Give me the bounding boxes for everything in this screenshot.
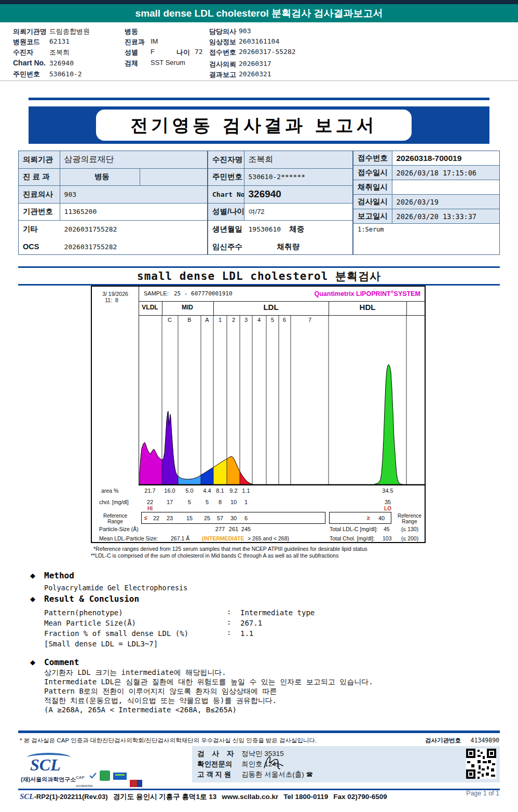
table-row: 보고일시 2026/03/20 13:33:37	[353, 209, 499, 224]
section-bullet-icon: ◆	[30, 595, 35, 603]
row-value: 삼광의료재단	[64, 154, 114, 165]
chol-value: 10	[230, 499, 237, 505]
result-row-label: [Small dense LDL = LDL3~7]	[44, 640, 158, 648]
mean-size-range: > 265 and < 268)	[248, 535, 289, 542]
eoa-cert-icon	[113, 773, 127, 780]
lo-flag: LO	[384, 506, 391, 511]
chart-grid-line	[213, 301, 214, 315]
row-value: 530610-2******	[249, 173, 306, 181]
info-value: 드림종합병원	[49, 27, 90, 36]
table-row: 접수일시 2026/03/18 17:15:06	[353, 166, 499, 180]
comment-line: 상기환자 LDL 크기는 intermediate에 해당됩니다.	[44, 668, 226, 678]
row-label: 의뢰기관	[23, 155, 53, 165]
row-label: 임신주수	[212, 242, 242, 252]
info-value: IM	[151, 37, 158, 45]
ge-symbol: ≥	[367, 515, 370, 521]
footer-top-rule	[18, 730, 500, 733]
row-sublabel: 병동	[94, 172, 110, 182]
result-row-value: 267.1	[240, 619, 262, 627]
staff-label: 검 사 자	[197, 749, 234, 759]
area-value: 5.0	[185, 488, 193, 494]
table-row: 생년월일 19530610 체중	[208, 221, 352, 238]
table-row: 수진자명 조복희	[208, 151, 352, 169]
row-label: 접수일시	[358, 168, 388, 178]
result-colon: :	[227, 628, 231, 637]
info-label: 나이	[176, 48, 190, 57]
row-value: 20260318-700019	[397, 154, 462, 163]
scl-subtitle: (재)서울의과학연구소	[21, 776, 76, 783]
scl-logo: SCL	[30, 755, 61, 775]
midc-fraction-area	[162, 411, 178, 485]
info-label: 수진자	[13, 48, 33, 57]
total-ldl-label: Total LDL-C [mg/dl]:	[330, 526, 378, 532]
row-value: 여/72	[249, 207, 265, 216]
sample-value: 25 - 607770001910	[174, 290, 233, 297]
row-label: Chart No.	[212, 191, 244, 198]
method-body: Polyacrylamide Gel Electrophoresis	[44, 584, 187, 592]
info-label: 의뢰기관명	[13, 27, 47, 36]
table-row: 채취일시	[353, 180, 499, 195]
ref-value: 25	[204, 515, 210, 521]
footer-tel: Tel 1800-0119	[283, 793, 328, 801]
area-value: 34.5	[382, 488, 393, 494]
row-label: 성별/나이	[212, 207, 244, 216]
row-sublabel: 체중	[289, 224, 304, 234]
order-table-mid: 수진자명 조복희 주민번호 530610-2****** Chart No. 3…	[208, 151, 353, 255]
org-number-label: 검사기관번호	[425, 737, 461, 745]
comment-heading: Comment	[44, 657, 79, 667]
table-row: 진 료 과 병동	[19, 169, 207, 186]
ref-value: 57	[217, 515, 223, 521]
chart-grid-line	[329, 301, 329, 315]
cap-logo-text: CAP	[76, 775, 85, 780]
banner-top-rule	[29, 98, 489, 100]
chart-grid-line	[139, 301, 426, 302]
order-table-left: 의뢰기관 삼광의료재단 진 료 과 병동 진료의사 903 기관번호 11365…	[18, 151, 208, 255]
row-value: 2026031755282	[64, 243, 117, 251]
order-table-right: 접수번호 20260318-700019 접수일시 2026/03/18 17:…	[353, 151, 500, 255]
info-label: 검체	[125, 59, 138, 68]
total-ldl-ref: (≤ 130)	[401, 526, 418, 532]
table-row: 진료의사 903	[19, 186, 207, 204]
staff-value: 김동환 서울서초(출) ☎	[241, 770, 313, 779]
staff-label: 확인전문의	[197, 760, 233, 769]
band-label-mid: MID	[182, 304, 193, 311]
info-label: 주민번호	[13, 70, 40, 79]
row-value: 19530610	[249, 225, 281, 233]
report-title: small dense LDL cholesterol 분획검사 검사결과보고서	[0, 4, 518, 22]
report-banner: 전기영동 검사결과 보고서	[29, 106, 489, 144]
info-label: 접수번호	[209, 48, 236, 57]
curve-baseline	[139, 484, 426, 485]
lm-cert-icon	[100, 770, 110, 781]
chart-time: 11: 8	[105, 297, 118, 303]
table-row: 기타 2026031755282	[19, 221, 207, 238]
intermediate-flag: (INTERMEDIATE	[202, 535, 244, 542]
area-row-label: area %	[101, 488, 118, 494]
total-chol-label: Total Chol. [mg/dl]:	[330, 535, 375, 542]
report-title-bar: small dense LDL cholesterol 분획검사 검사결과보고서	[0, 4, 518, 22]
hi-flag: HI	[147, 506, 153, 511]
brand-name: Quantimetrix LIPOPRINT	[314, 290, 390, 297]
info-value: F	[151, 48, 155, 56]
banner-title: 전기영동 검사결과 보고서	[96, 110, 412, 141]
table-row: Chart No. 326940	[208, 186, 352, 204]
table-row: 주민번호 530610-2******	[208, 169, 352, 186]
ref-value: 30	[230, 515, 237, 521]
specimen-note: 1:Serum	[358, 226, 384, 233]
info-label: Chart No.	[13, 59, 46, 67]
info-value: 530610-2	[49, 70, 82, 78]
info-value: SST Serum	[151, 59, 185, 66]
footer-bottom-rule	[18, 789, 500, 790]
footer-fax: Fax 02)790-6509	[333, 793, 387, 801]
chart-grid-line	[162, 301, 162, 315]
doc-code: -RP2(1)-202211(Rev.03)	[34, 793, 108, 801]
info-value: 326940	[49, 59, 74, 67]
row-label: OCS	[23, 242, 39, 251]
brand-suffix: SYSTEM	[394, 290, 420, 297]
psize-value: 245	[241, 526, 251, 532]
row-value: 2026/03/19	[397, 198, 439, 206]
area-value: 21.7	[144, 488, 155, 494]
info-label: 병동	[125, 27, 138, 36]
ref-value: 15	[186, 515, 193, 521]
info-value: 20260317	[239, 60, 271, 67]
ref-value: 6	[244, 515, 248, 521]
